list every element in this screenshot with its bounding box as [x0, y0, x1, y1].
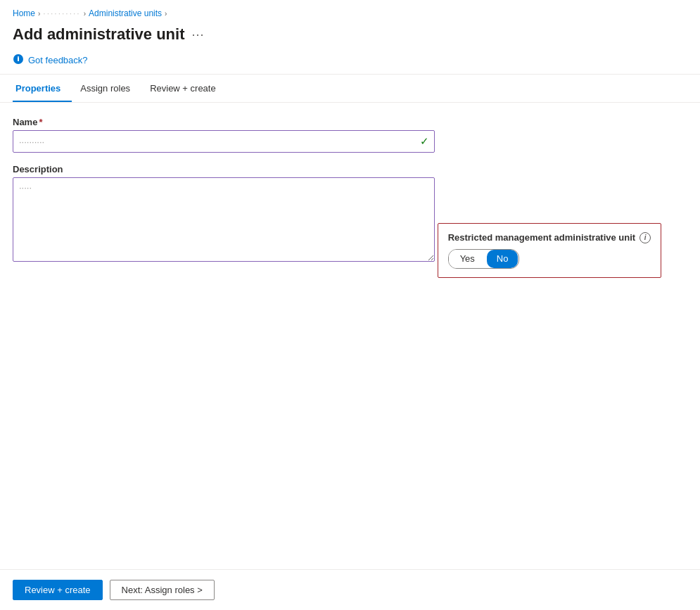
description-label: Description — [13, 164, 687, 174]
feedback-row[interactable]: Got feedback? — [0, 51, 700, 74]
breadcrumb-middle[interactable]: ·········· — [43, 8, 80, 18]
breadcrumb-sep-2: › — [84, 10, 86, 18]
info-icon[interactable]: i — [639, 232, 651, 243]
form-area: Name* ✓ Description ····· Restricted man… — [0, 103, 700, 569]
toggle-no[interactable]: No — [487, 250, 518, 268]
restricted-title-row: Restricted management administrative uni… — [448, 232, 651, 243]
tab-properties[interactable]: Properties — [13, 76, 72, 102]
feedback-label: Got feedback? — [28, 55, 88, 65]
checkmark-icon: ✓ — [420, 135, 429, 148]
toggle-yes[interactable]: Yes — [449, 250, 486, 268]
feedback-icon — [13, 53, 24, 67]
breadcrumb: Home › ·········· › Administrative units… — [0, 0, 700, 23]
restricted-management-section: Restricted management administrative uni… — [438, 223, 662, 278]
breadcrumb-sep-1: › — [38, 10, 40, 18]
name-label: Name* — [13, 117, 687, 127]
breadcrumb-home[interactable]: Home — [13, 8, 35, 18]
toggle-group: Yes No — [448, 249, 520, 269]
tab-assign-roles[interactable]: Assign roles — [77, 76, 141, 102]
page-title-row: Add administrative unit ··· — [0, 23, 700, 51]
divider-top — [0, 74, 700, 75]
review-create-button[interactable]: Review + create — [13, 580, 103, 600]
name-input-wrapper: ✓ — [13, 130, 435, 153]
description-textarea[interactable]: ····· — [13, 177, 435, 262]
bottom-bar: Review + create Next: Assign roles > — [0, 569, 700, 610]
more-options-icon[interactable]: ··· — [191, 27, 204, 42]
page-title: Add administrative unit — [13, 25, 184, 44]
tab-review-create[interactable]: Review + create — [147, 76, 227, 102]
restricted-title: Restricted management administrative uni… — [448, 232, 636, 243]
page-container: Home › ·········· › Administrative units… — [0, 0, 700, 610]
name-input[interactable] — [13, 130, 435, 153]
tabs-row: Properties Assign roles Review + create — [0, 76, 700, 103]
breadcrumb-sep-3: › — [165, 10, 167, 18]
next-assign-roles-button[interactable]: Next: Assign roles > — [110, 580, 215, 600]
breadcrumb-current[interactable]: Administrative units — [89, 8, 162, 18]
